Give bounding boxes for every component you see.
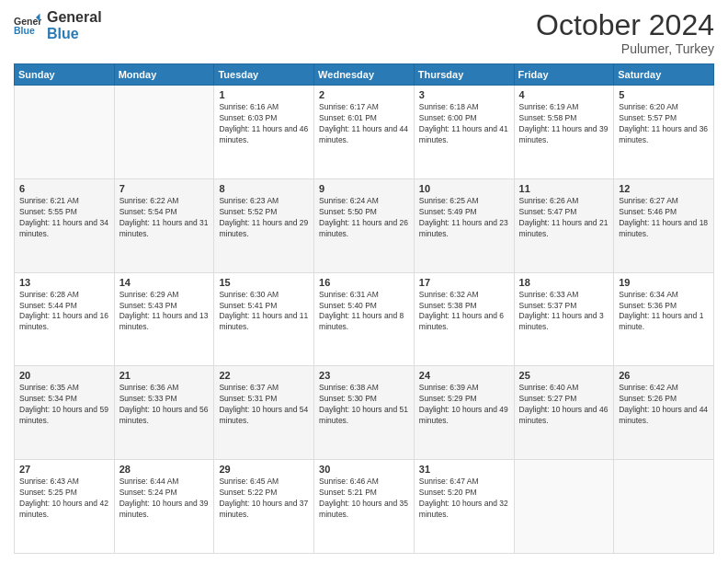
day-cell: 8Sunrise: 6:23 AMSunset: 5:52 PMDaylight…	[214, 178, 314, 272]
day-cell: 16Sunrise: 6:31 AMSunset: 5:40 PMDayligh…	[314, 272, 415, 366]
day-number: 15	[219, 277, 309, 288]
day-cell: 5Sunrise: 6:20 AMSunset: 5:57 PMDaylight…	[614, 86, 714, 179]
day-cell: 3Sunrise: 6:18 AMSunset: 6:00 PMDaylight…	[414, 86, 514, 179]
day-cell: 7Sunrise: 6:22 AMSunset: 5:54 PMDaylight…	[114, 178, 214, 272]
col-header-friday: Friday	[514, 64, 614, 86]
day-info: Sunrise: 6:16 AMSunset: 6:03 PMDaylight:…	[219, 102, 309, 146]
day-cell: 4Sunrise: 6:19 AMSunset: 5:58 PMDaylight…	[514, 86, 614, 179]
day-cell: 10Sunrise: 6:25 AMSunset: 5:49 PMDayligh…	[414, 178, 514, 272]
col-header-saturday: Saturday	[614, 64, 714, 86]
day-number: 16	[319, 277, 409, 288]
day-info: Sunrise: 6:45 AMSunset: 5:22 PMDaylight:…	[219, 477, 309, 521]
day-number: 13	[19, 277, 109, 288]
day-number: 18	[519, 277, 609, 288]
day-info: Sunrise: 6:19 AMSunset: 5:58 PMDaylight:…	[519, 102, 609, 146]
day-cell: 27Sunrise: 6:43 AMSunset: 5:25 PMDayligh…	[15, 460, 115, 554]
day-info: Sunrise: 6:23 AMSunset: 5:52 PMDaylight:…	[219, 196, 309, 240]
location: Pulumer, Turkey	[536, 41, 714, 56]
day-cell: 23Sunrise: 6:38 AMSunset: 5:30 PMDayligh…	[314, 366, 415, 460]
day-number: 3	[419, 89, 509, 100]
month-title: October 2024	[536, 9, 714, 41]
day-number: 19	[619, 277, 709, 288]
day-number: 4	[519, 89, 609, 100]
day-cell: 20Sunrise: 6:35 AMSunset: 5:34 PMDayligh…	[15, 366, 115, 460]
day-cell: 21Sunrise: 6:36 AMSunset: 5:33 PMDayligh…	[114, 366, 214, 460]
svg-text:Blue: Blue	[14, 25, 35, 36]
day-number: 22	[219, 370, 309, 381]
logo-blue: Blue	[47, 26, 102, 42]
day-info: Sunrise: 6:47 AMSunset: 5:20 PMDaylight:…	[419, 477, 509, 521]
day-info: Sunrise: 6:46 AMSunset: 5:21 PMDaylight:…	[319, 477, 409, 521]
day-number: 21	[119, 370, 210, 381]
day-info: Sunrise: 6:43 AMSunset: 5:25 PMDaylight:…	[19, 477, 109, 521]
day-info: Sunrise: 6:44 AMSunset: 5:24 PMDaylight:…	[119, 477, 210, 521]
day-cell: 25Sunrise: 6:40 AMSunset: 5:27 PMDayligh…	[514, 366, 614, 460]
page: General Blue General Blue October 2024 P…	[0, 0, 728, 563]
day-info: Sunrise: 6:29 AMSunset: 5:43 PMDaylight:…	[119, 290, 210, 334]
day-info: Sunrise: 6:40 AMSunset: 5:27 PMDaylight:…	[519, 383, 609, 427]
day-info: Sunrise: 6:30 AMSunset: 5:41 PMDaylight:…	[219, 290, 309, 334]
logo-icon: General Blue	[14, 12, 41, 40]
title-block: October 2024 Pulumer, Turkey	[536, 9, 714, 56]
week-row-5: 27Sunrise: 6:43 AMSunset: 5:25 PMDayligh…	[15, 460, 714, 554]
day-cell: 22Sunrise: 6:37 AMSunset: 5:31 PMDayligh…	[214, 366, 314, 460]
day-number: 8	[219, 183, 309, 194]
day-number: 1	[219, 89, 309, 100]
calendar-table: SundayMondayTuesdayWednesdayThursdayFrid…	[14, 63, 714, 554]
day-info: Sunrise: 6:37 AMSunset: 5:31 PMDaylight:…	[219, 383, 309, 427]
day-cell	[114, 86, 214, 179]
day-number: 23	[319, 370, 409, 381]
day-cell: 26Sunrise: 6:42 AMSunset: 5:26 PMDayligh…	[614, 366, 714, 460]
day-info: Sunrise: 6:27 AMSunset: 5:46 PMDaylight:…	[619, 196, 709, 240]
day-number: 5	[619, 89, 709, 100]
day-number: 25	[519, 370, 609, 381]
col-header-tuesday: Tuesday	[214, 64, 314, 86]
col-header-monday: Monday	[114, 64, 214, 86]
day-cell: 11Sunrise: 6:26 AMSunset: 5:47 PMDayligh…	[514, 178, 614, 272]
day-info: Sunrise: 6:42 AMSunset: 5:26 PMDaylight:…	[619, 383, 709, 427]
week-row-3: 13Sunrise: 6:28 AMSunset: 5:44 PMDayligh…	[15, 272, 714, 366]
day-info: Sunrise: 6:32 AMSunset: 5:38 PMDaylight:…	[419, 290, 509, 334]
day-number: 20	[19, 370, 109, 381]
day-cell	[15, 86, 115, 179]
day-info: Sunrise: 6:39 AMSunset: 5:29 PMDaylight:…	[419, 383, 509, 427]
day-cell: 19Sunrise: 6:34 AMSunset: 5:36 PMDayligh…	[614, 272, 714, 366]
day-info: Sunrise: 6:33 AMSunset: 5:37 PMDaylight:…	[519, 290, 609, 334]
calendar-header-row: SundayMondayTuesdayWednesdayThursdayFrid…	[15, 64, 714, 86]
day-info: Sunrise: 6:20 AMSunset: 5:57 PMDaylight:…	[619, 102, 709, 146]
day-cell	[514, 460, 614, 554]
day-info: Sunrise: 6:28 AMSunset: 5:44 PMDaylight:…	[19, 290, 109, 334]
day-number: 11	[519, 183, 609, 194]
week-row-2: 6Sunrise: 6:21 AMSunset: 5:55 PMDaylight…	[15, 178, 714, 272]
day-number: 14	[119, 277, 210, 288]
day-info: Sunrise: 6:17 AMSunset: 6:01 PMDaylight:…	[319, 102, 409, 146]
day-cell: 2Sunrise: 6:17 AMSunset: 6:01 PMDaylight…	[314, 86, 415, 179]
day-number: 10	[419, 183, 509, 194]
day-number: 7	[119, 183, 210, 194]
day-number: 30	[319, 464, 409, 475]
day-cell: 1Sunrise: 6:16 AMSunset: 6:03 PMDaylight…	[214, 86, 314, 179]
day-number: 2	[319, 89, 409, 100]
day-info: Sunrise: 6:35 AMSunset: 5:34 PMDaylight:…	[19, 383, 109, 427]
day-cell: 15Sunrise: 6:30 AMSunset: 5:41 PMDayligh…	[214, 272, 314, 366]
day-info: Sunrise: 6:18 AMSunset: 6:00 PMDaylight:…	[419, 102, 509, 146]
day-info: Sunrise: 6:36 AMSunset: 5:33 PMDaylight:…	[119, 383, 210, 427]
day-info: Sunrise: 6:24 AMSunset: 5:50 PMDaylight:…	[319, 196, 409, 240]
day-number: 26	[619, 370, 709, 381]
day-number: 17	[419, 277, 509, 288]
day-number: 9	[319, 183, 409, 194]
day-number: 31	[419, 464, 509, 475]
logo: General Blue General Blue	[14, 9, 102, 41]
day-cell: 24Sunrise: 6:39 AMSunset: 5:29 PMDayligh…	[414, 366, 514, 460]
day-info: Sunrise: 6:31 AMSunset: 5:40 PMDaylight:…	[319, 290, 409, 334]
day-cell: 31Sunrise: 6:47 AMSunset: 5:20 PMDayligh…	[414, 460, 514, 554]
day-number: 12	[619, 183, 709, 194]
day-info: Sunrise: 6:22 AMSunset: 5:54 PMDaylight:…	[119, 196, 210, 240]
day-number: 27	[19, 464, 109, 475]
day-cell: 30Sunrise: 6:46 AMSunset: 5:21 PMDayligh…	[314, 460, 415, 554]
day-cell	[614, 460, 714, 554]
day-info: Sunrise: 6:38 AMSunset: 5:30 PMDaylight:…	[319, 383, 409, 427]
day-cell: 14Sunrise: 6:29 AMSunset: 5:43 PMDayligh…	[114, 272, 214, 366]
day-info: Sunrise: 6:25 AMSunset: 5:49 PMDaylight:…	[419, 196, 509, 240]
day-number: 24	[419, 370, 509, 381]
